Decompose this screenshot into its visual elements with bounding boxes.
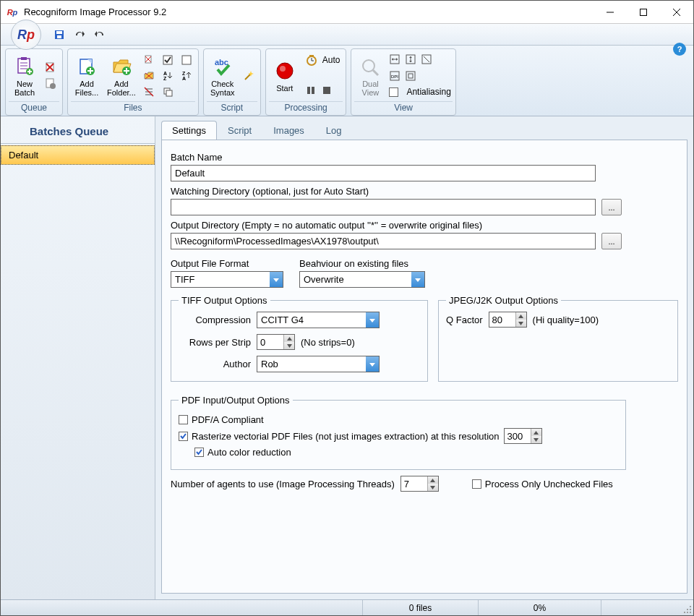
ribbon: New Batch Queue Add Files... Add Folder.… — [1, 46, 693, 116]
behaviour-label: Beahviour on existing files — [299, 258, 425, 269]
compression-select[interactable]: CCITT G4 — [257, 312, 380, 328]
sidebar-item-label: Default — [9, 150, 38, 161]
svg-marker-78 — [518, 315, 523, 318]
help-icon[interactable]: ? — [673, 43, 686, 56]
maximize-button[interactable] — [627, 1, 660, 23]
batch-name-label: Batch Name — [171, 152, 678, 163]
svg-point-48 — [280, 66, 286, 72]
svg-point-86 — [690, 609, 691, 610]
svg-rect-55 — [323, 87, 330, 94]
minimize-button[interactable] — [594, 1, 627, 23]
tab-log[interactable]: Log — [315, 121, 353, 140]
svg-point-88 — [687, 609, 688, 610]
tab-images[interactable]: Images — [262, 121, 315, 140]
add-folder-button[interactable]: Add Folder... — [104, 51, 139, 101]
fit-height-icon[interactable] — [405, 54, 416, 67]
svg-point-89 — [690, 606, 691, 607]
svg-marker-81 — [534, 438, 539, 442]
svg-marker-74 — [369, 319, 375, 322]
svg-point-87 — [684, 612, 685, 613]
svg-marker-72 — [273, 278, 279, 282]
ribbon-caption-files: Files — [71, 101, 195, 114]
batch-settings-icon[interactable] — [43, 77, 58, 91]
svg-point-84 — [690, 612, 691, 613]
pdfa-compliant-checkbox[interactable]: PDF/A Compliant — [179, 414, 618, 425]
sort-asc-icon[interactable]: AZ — [160, 69, 175, 83]
redo-icon[interactable] — [72, 27, 87, 43]
svg-marker-65 — [409, 61, 412, 62]
add-files-button[interactable]: Add Files... — [71, 51, 103, 101]
qfactor-spinner[interactable] — [489, 312, 527, 328]
app-icon: Rp — [7, 7, 18, 18]
qfactor-label: Q Factor — [446, 315, 483, 325]
output-dir-browse-button[interactable]: ... — [601, 233, 622, 249]
author-select[interactable]: Rob — [257, 356, 380, 372]
new-batch-button[interactable]: New Batch — [9, 51, 40, 101]
fit-page-icon[interactable] — [421, 54, 432, 67]
sidebar-item-batch[interactable]: Default — [1, 145, 155, 165]
auto-color-reduction-checkbox[interactable]: Auto color reduction — [194, 447, 618, 458]
svg-rect-5 — [56, 31, 62, 34]
output-dir-label: Output Directory (Empty = no automatic o… — [171, 220, 678, 231]
tab-script[interactable]: Script — [217, 121, 262, 140]
chevron-down-icon — [366, 312, 379, 328]
fit-width-icon[interactable] — [389, 54, 400, 67]
svg-marker-79 — [518, 322, 523, 325]
start-button[interactable]: Start — [269, 51, 301, 101]
rasterize-checkbox[interactable]: Rasterize vectorial PDF Files (not just … — [179, 428, 618, 444]
app-logo[interactable]: Rp — [11, 20, 41, 50]
antialiasing-checkbox[interactable]: Antialiasing — [389, 87, 450, 97]
rows-per-strip-spinner[interactable] — [257, 334, 295, 350]
svg-marker-75 — [287, 337, 292, 341]
svg-line-57 — [373, 70, 378, 75]
clear-list-icon[interactable] — [142, 85, 156, 99]
output-format-label: Output File Format — [171, 258, 286, 269]
resize-grip-icon[interactable] — [680, 600, 693, 615]
agents-spinner[interactable] — [400, 476, 439, 492]
sort-desc-icon[interactable]: ZA — [179, 69, 194, 83]
svg-text:A: A — [163, 71, 167, 76]
output-format-select[interactable]: TIFF — [171, 271, 283, 288]
rows-per-strip-hint: (No strips=0) — [301, 337, 355, 348]
dpi-icon[interactable]: DPI — [389, 70, 400, 84]
save-icon[interactable] — [51, 27, 67, 43]
batch-name-input[interactable] — [171, 165, 596, 181]
app-window: Rp Recogniform Image Processor 9.2 Rp ? … — [0, 0, 694, 616]
watch-dir-label: Watching Directory (optional, just for A… — [171, 186, 678, 197]
main-area: Batches Queue Default Settings Script Im… — [1, 116, 693, 599]
wizard-icon[interactable] — [241, 69, 256, 83]
close-button[interactable] — [660, 1, 693, 23]
settings-panel: Batch Name Watching Directory (optional,… — [161, 140, 687, 594]
content-area: Settings Script Images Log Batch Name Wa… — [155, 116, 693, 599]
svg-marker-77 — [369, 363, 375, 367]
stop-icon[interactable] — [321, 85, 333, 98]
actual-size-icon[interactable] — [405, 70, 416, 84]
output-dir-input[interactable] — [171, 233, 596, 249]
watch-dir-browse-button[interactable]: ... — [601, 199, 622, 215]
check-syntax-button[interactable]: abc Check Syntax — [207, 51, 239, 101]
dual-view-button[interactable]: Dual View — [354, 51, 386, 101]
undo-icon[interactable] — [92, 27, 108, 43]
copy-icon[interactable] — [160, 85, 175, 99]
pause-icon[interactable] — [305, 85, 317, 98]
remove-file-icon[interactable] — [142, 53, 156, 67]
check-all-icon[interactable] — [160, 53, 175, 67]
watch-dir-input[interactable] — [171, 199, 596, 215]
svg-point-56 — [363, 60, 374, 72]
pdf-options-fieldset: PDF Input/Output Options PDF/A Compliant… — [171, 395, 626, 470]
ribbon-caption-script: Script — [207, 101, 257, 114]
uncheck-all-icon[interactable] — [179, 53, 194, 67]
behaviour-select[interactable]: Overwrite — [299, 271, 425, 288]
tab-settings[interactable]: Settings — [161, 121, 217, 140]
delete-batch-icon[interactable] — [43, 61, 58, 75]
svg-rect-8 — [21, 57, 27, 60]
ribbon-group-files: Add Files... Add Folder... — [67, 48, 199, 116]
svg-point-47 — [277, 63, 293, 79]
auto-button[interactable]: Auto — [305, 54, 340, 67]
svg-rect-6 — [57, 35, 61, 38]
process-only-unchecked-checkbox[interactable]: Process Only Unchecked Files — [472, 479, 613, 489]
remove-folder-icon[interactable] — [142, 69, 156, 83]
svg-marker-82 — [430, 479, 435, 482]
rasterize-dpi-spinner[interactable] — [504, 428, 542, 444]
svg-marker-83 — [430, 486, 435, 489]
